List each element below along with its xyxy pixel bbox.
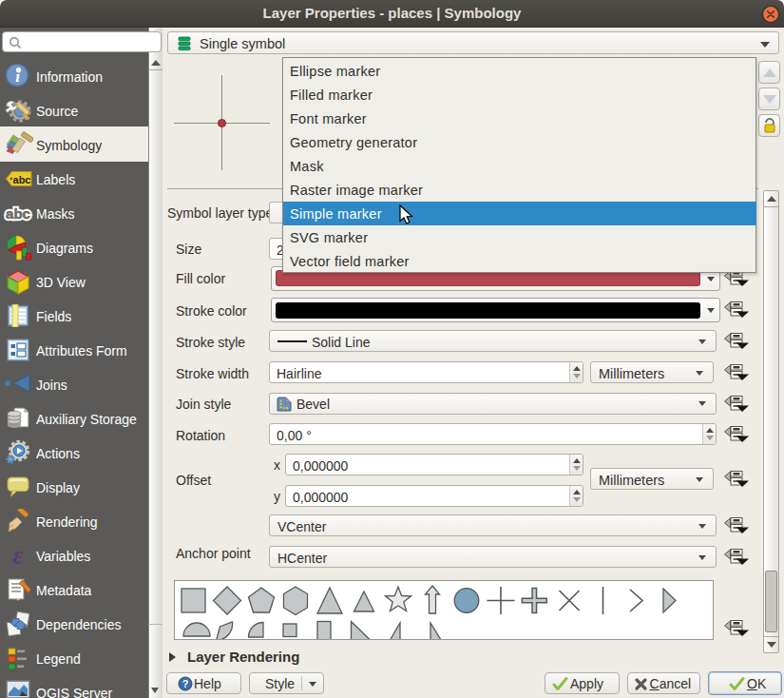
svg-text:abc: abc [13,174,31,185]
svg-text:?: ? [182,678,189,689]
svg-text:ε: ε [12,542,24,569]
svg-text:abc: abc [6,205,30,222]
